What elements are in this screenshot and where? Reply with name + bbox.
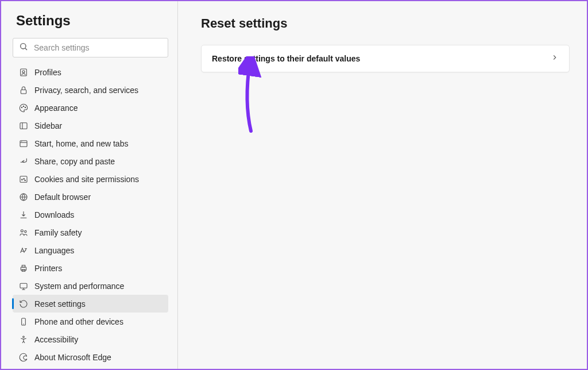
sidebar-item-label: Cookies and site permissions <box>34 175 139 184</box>
svg-point-6 <box>23 106 24 106</box>
sidebar-item-label: Sidebar <box>34 121 62 130</box>
sidebar-item-label: Downloads <box>34 210 74 219</box>
page-title: Reset settings <box>201 16 570 31</box>
svg-point-18 <box>21 229 23 232</box>
svg-rect-8 <box>20 122 27 129</box>
sidebar-item-label: Accessibility <box>34 335 78 344</box>
appearance-icon <box>18 103 29 113</box>
sidebar-item-label: System and performance <box>34 282 124 291</box>
sidebar-list: Profiles Privacy, search, and services A… <box>13 63 168 366</box>
sidebar-item-privacy[interactable]: Privacy, search, and services <box>13 81 168 99</box>
svg-point-7 <box>25 107 25 107</box>
accessibility-icon <box>18 334 29 345</box>
printers-icon <box>18 263 29 273</box>
sidebar-item-label: Languages <box>34 246 74 255</box>
sidebar-item-appearance[interactable]: Appearance <box>13 99 168 117</box>
search-box[interactable] <box>13 38 168 57</box>
sidebar-item-reset[interactable]: Reset settings <box>13 295 168 313</box>
svg-rect-23 <box>20 283 27 288</box>
restore-defaults-button[interactable]: Restore settings to their default values <box>201 45 570 72</box>
main-content: Reset settings Restore settings to their… <box>178 1 587 369</box>
svg-point-15 <box>24 178 25 179</box>
svg-rect-10 <box>20 140 27 147</box>
family-icon <box>18 228 29 238</box>
edge-icon <box>18 352 29 363</box>
settings-title: Settings <box>13 13 168 29</box>
profiles-icon <box>18 67 29 78</box>
settings-sidebar: Settings Profiles Privacy, search, and s… <box>1 1 178 369</box>
sidebar-item-about[interactable]: About Microsoft Edge <box>13 348 168 366</box>
chevron-right-icon <box>551 53 559 64</box>
svg-point-5 <box>21 107 22 107</box>
restore-defaults-label: Restore settings to their default values <box>212 54 360 63</box>
sidebar-item-label: Family safety <box>34 228 82 237</box>
svg-rect-21 <box>22 265 25 267</box>
svg-point-0 <box>21 44 26 49</box>
sidebar-item-profiles[interactable]: Profiles <box>13 63 168 81</box>
sidebar-item-start[interactable]: Start, home, and new tabs <box>13 134 168 152</box>
sidebar-item-languages[interactable]: Languages <box>13 241 168 259</box>
sidebar-item-label: Default browser <box>34 192 91 202</box>
svg-point-3 <box>22 70 25 72</box>
sidebar-item-label: Reset settings <box>34 299 86 309</box>
phone-icon <box>18 317 29 327</box>
sidebar-item-cookies[interactable]: Cookies and site permissions <box>13 170 168 188</box>
sidebar-item-downloads[interactable]: Downloads <box>13 206 168 223</box>
sidebar-item-label: Printers <box>34 264 62 273</box>
sidebar-item-accessibility[interactable]: Accessibility <box>13 330 168 348</box>
sidebar-icon <box>18 121 29 131</box>
download-icon <box>18 210 29 220</box>
share-icon <box>18 156 29 167</box>
sidebar-item-phone[interactable]: Phone and other devices <box>13 313 168 330</box>
svg-point-14 <box>22 179 23 180</box>
sidebar-item-system[interactable]: System and performance <box>13 277 168 295</box>
sidebar-item-label: Appearance <box>34 103 78 113</box>
svg-point-19 <box>25 230 26 232</box>
sidebar-item-default-browser[interactable]: Default browser <box>13 188 168 206</box>
search-input[interactable] <box>34 43 162 52</box>
svg-rect-2 <box>21 69 27 76</box>
search-icon <box>19 42 28 53</box>
svg-point-28 <box>23 336 25 338</box>
svg-line-1 <box>25 48 27 50</box>
sidebar-item-label: About Microsoft Edge <box>34 353 111 362</box>
sidebar-item-label: Profiles <box>34 68 61 77</box>
svg-rect-20 <box>21 267 26 270</box>
sidebar-item-sidebar[interactable]: Sidebar <box>13 117 168 134</box>
languages-icon <box>18 245 29 256</box>
sidebar-item-label: Phone and other devices <box>34 317 123 326</box>
reset-icon <box>18 299 29 309</box>
sidebar-item-family[interactable]: Family safety <box>13 223 168 241</box>
svg-point-16 <box>25 180 26 181</box>
browser-icon <box>18 192 29 202</box>
lock-icon <box>18 85 29 95</box>
system-icon <box>18 281 29 291</box>
start-icon <box>18 138 29 149</box>
sidebar-item-share[interactable]: Share, copy and paste <box>13 152 168 170</box>
sidebar-item-label: Share, copy and paste <box>34 157 115 166</box>
sidebar-item-label: Privacy, search, and services <box>34 86 138 95</box>
cookies-icon <box>18 174 29 184</box>
svg-rect-4 <box>21 90 26 94</box>
sidebar-item-label: Start, home, and new tabs <box>34 139 128 148</box>
sidebar-item-printers[interactable]: Printers <box>13 259 168 277</box>
